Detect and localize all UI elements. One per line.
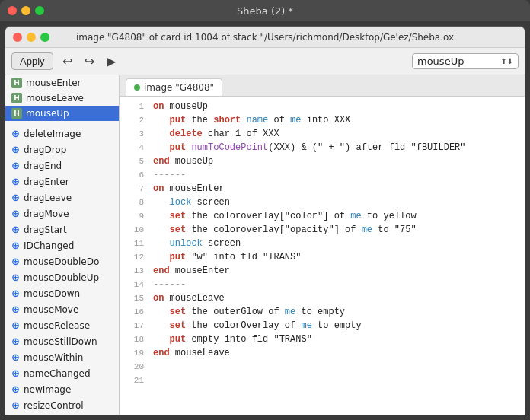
code-line: 2 put the short name of me into XXX [120, 113, 525, 127]
main-window: image "G4808" of card id 1004 of stack "… [5, 26, 525, 415]
code-line: 17 set the colorOverlay of me to empty [120, 319, 525, 332]
line-number: 11 [126, 237, 144, 250]
line-content: set the colorOverlay of me to empty [153, 319, 519, 332]
redo-button[interactable]: ↪ [81, 52, 97, 70]
line-content: put the short name of me into XXX [153, 113, 519, 127]
window-minimize-button[interactable] [27, 33, 36, 42]
line-content: set the coloroverlay["color"] of me to y… [153, 209, 519, 223]
sidebar-item-IDChanged[interactable]: ⊕IDChanged [5, 237, 119, 253]
line-number: 18 [126, 332, 144, 346]
chevron-down-icon: ⬆⬇ [500, 57, 513, 65]
minimize-button[interactable] [21, 6, 30, 15]
code-editor[interactable]: 1on mouseUp2 put the short name of me in… [120, 97, 525, 415]
sidebar-item-label: dragEnd [24, 161, 62, 171]
sidebar-item-label: mouseDoubleDo [24, 256, 99, 267]
app-title-bar: Sheba (2) * [0, 0, 530, 21]
sidebar-item-label: dragLeave [24, 192, 72, 203]
apply-button[interactable]: Apply [11, 52, 53, 70]
tab-image[interactable]: image "G4808" [126, 78, 222, 96]
sidebar-item-dragStart[interactable]: ⊕dragStart [5, 221, 119, 237]
undo-button[interactable]: ↩ [59, 52, 75, 70]
line-number: 16 [126, 305, 144, 319]
handler-icon: H [11, 108, 22, 119]
line-content: end mouseEnter [153, 264, 519, 278]
app-title: Sheba (2) * [237, 5, 293, 17]
sidebar-item-dragLeave[interactable]: ⊕dragLeave [5, 189, 119, 205]
code-line: 21 [120, 374, 525, 387]
sidebar-item-label: mouseEnter [26, 78, 81, 88]
line-number: 19 [126, 346, 144, 360]
close-button[interactable] [8, 6, 17, 15]
sidebar-item-mouseMove[interactable]: ⊕mouseMove [5, 301, 119, 317]
sidebar-item-mouseWithin[interactable]: ⊕mouseWithin [5, 349, 119, 365]
code-line: 15on mouseLeave [120, 291, 525, 305]
plus-icon: ⊕ [11, 128, 20, 139]
sidebar-item-deleteImage[interactable]: ⊕deleteImage [5, 126, 119, 142]
sidebar-item-nameChanged[interactable]: ⊕nameChanged [5, 365, 119, 381]
line-content: set the coloroverlay["opacity"] of me to… [153, 223, 519, 237]
code-line: 18 put empty into fld "TRANS" [120, 332, 525, 346]
sidebar-item-mouseStillDown[interactable]: ⊕mouseStillDown [5, 333, 119, 349]
sidebar-item-label: dragEnter [24, 177, 69, 187]
sidebar-item-label: dragStart [24, 224, 67, 235]
plus-icon: ⊕ [11, 144, 20, 155]
sidebar-item-mouseLeave[interactable]: HmouseLeave [5, 91, 119, 106]
plus-icon: ⊕ [11, 288, 20, 299]
sidebar-item-mouseDoubleDown[interactable]: ⊕mouseDoubleDo [5, 253, 119, 269]
window-title-bar: image "G4808" of card id 1004 of stack "… [5, 27, 525, 48]
line-content: delete char 1 of XXX [153, 127, 519, 141]
code-line: 6------ [120, 168, 525, 182]
play-button[interactable]: ▶ [104, 52, 119, 70]
line-content: on mouseUp [153, 100, 519, 113]
plus-icon: ⊕ [11, 240, 20, 251]
window-close-button[interactable] [13, 33, 22, 42]
plus-icon: ⊕ [11, 320, 20, 331]
plus-icon: ⊕ [11, 368, 20, 379]
sidebar-item-label: resizeControl [24, 400, 84, 411]
sidebar-item-dragMove[interactable]: ⊕dragMove [5, 205, 119, 221]
code-line: 7on mouseEnter [120, 182, 525, 196]
line-number: 8 [126, 196, 144, 209]
sidebar-item-label: mouseMove [24, 304, 78, 315]
sidebar-item-dragDrop[interactable]: ⊕dragDrop [5, 142, 119, 158]
window-traffic-lights [13, 33, 49, 42]
handler-dropdown-value: mouseUp [417, 56, 464, 67]
code-line: 11 unlock screen [120, 237, 525, 250]
line-number: 17 [126, 319, 144, 332]
line-number: 1 [126, 100, 144, 113]
maximize-button[interactable] [35, 6, 44, 15]
app-traffic-lights [8, 6, 44, 15]
sidebar-item-label: mouseDown [24, 288, 80, 299]
sidebar-item-label: mouseWithin [24, 352, 83, 363]
line-number: 7 [126, 182, 144, 196]
window-maximize-button[interactable] [40, 33, 49, 42]
line-content: end mouseUp [153, 154, 519, 168]
line-content: set the outerGlow of me to empty [153, 305, 519, 319]
code-line: 3 delete char 1 of XXX [120, 127, 525, 141]
plus-icon: ⊕ [11, 352, 20, 363]
toolbar: Apply ↩ ↪ ▶ mouseUp ⬆⬇ [5, 48, 525, 75]
handler-dropdown[interactable]: mouseUp ⬆⬇ [412, 53, 519, 69]
sidebar-item-mouseDown[interactable]: ⊕mouseDown [5, 285, 119, 301]
sidebar-item-label: mouseStillDown [24, 336, 97, 347]
plus-icon: ⊕ [11, 304, 20, 315]
sidebar-item-mouseDoubleUp[interactable]: ⊕mouseDoubleUp [5, 269, 119, 285]
sidebar-item-mouseRelease[interactable]: ⊕mouseRelease [5, 317, 119, 333]
sidebar-item-newImage[interactable]: ⊕newImage [5, 381, 119, 397]
code-line: 10 set the coloroverlay["opacity"] of me… [120, 223, 525, 237]
sidebar-item-dragEnter[interactable]: ⊕dragEnter [5, 173, 119, 189]
sidebar-item-mouseUp[interactable]: HmouseUp [5, 106, 119, 121]
sidebar-item-resizeControl[interactable]: ⊕resizeControl [5, 397, 119, 413]
tab-label: image "G4808" [144, 82, 214, 93]
code-line: 13end mouseEnter [120, 264, 525, 278]
plus-icon: ⊕ [11, 160, 20, 171]
line-number: 14 [126, 278, 144, 291]
line-content: on mouseLeave [153, 291, 519, 305]
sidebar-item-mouseEnter[interactable]: HmouseEnter [5, 75, 119, 91]
plus-icon: ⊕ [11, 336, 20, 347]
sidebar-item-dragEnd[interactable]: ⊕dragEnd [5, 158, 119, 173]
sidebar-item-label: dragDrop [24, 145, 66, 155]
sidebar-item-label: mouseUp [26, 108, 69, 119]
sidebar-item-label: IDChanged [24, 240, 74, 251]
content-area: HmouseEnterHmouseLeaveHmouseUp⊕deleteIma… [5, 75, 525, 415]
